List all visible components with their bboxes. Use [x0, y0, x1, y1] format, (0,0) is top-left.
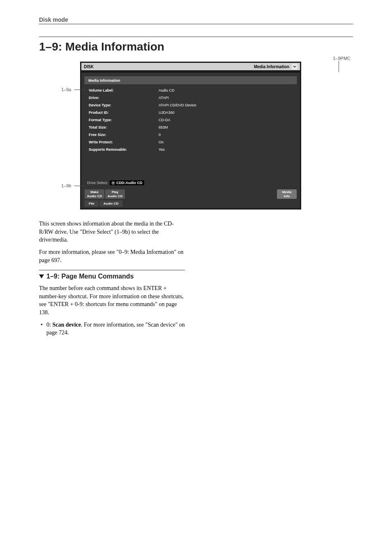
body-paragraph-2: For more information, please see "0–9: M…: [39, 248, 185, 264]
tab-play-audio-cd[interactable]: Play Audio CD: [105, 189, 125, 199]
subsection-title-text: 1–9: Page Menu Commands: [46, 273, 134, 280]
triangle-down-icon: [39, 274, 44, 279]
callout-top-line: [339, 61, 339, 72]
screen-title-right: Media Information: [254, 64, 289, 69]
info-label: Total Size:: [89, 125, 159, 129]
subsection-paragraph: The number before each command shows its…: [39, 284, 185, 316]
tab-make-audio-cd[interactable]: Make Audio CD: [85, 189, 104, 199]
tab-media-information[interactable]: Media Information: [85, 76, 297, 84]
tab-media-info[interactable]: Media Info: [277, 189, 297, 199]
info-value: 0: [159, 133, 293, 137]
lower-tab-audio-cd[interactable]: Audio CD: [99, 200, 122, 207]
callout-left-a: 1–9a: [61, 87, 71, 92]
screen-titlebar: DISK Media Information: [81, 63, 300, 70]
callout-left-b: 1–9b: [61, 183, 71, 188]
info-label: Free Size:: [89, 133, 159, 137]
menu-chevron-button[interactable]: [292, 64, 297, 69]
info-row: Write Protect:On: [89, 138, 293, 146]
drive-select-value: CDD:Audio CD: [116, 181, 143, 185]
info-label: Write Protect:: [89, 140, 159, 144]
info-value: 653M: [159, 125, 293, 129]
info-value: On: [159, 140, 293, 144]
bullet-prefix: 0:: [46, 322, 52, 328]
drive-select-label: Drive Select:: [87, 181, 108, 185]
info-value: UJDA360: [159, 111, 293, 115]
drive-select-button[interactable]: CDD:Audio CD: [110, 180, 144, 185]
info-panel: Volume Label:Audio CD Drive:ATAPI Device…: [85, 84, 297, 178]
info-value: Audio CD: [159, 88, 293, 92]
callout-line-a: [74, 90, 85, 90]
info-row: Product ID:UJDA360: [89, 109, 293, 116]
info-row: Total Size:653M: [89, 124, 293, 131]
info-value: CD-DA: [159, 118, 293, 122]
info-label: Volume Label:: [89, 88, 159, 92]
info-row: Format Type:CD-DA: [89, 116, 293, 124]
screen-title-left: DISK: [84, 64, 94, 69]
subsection-title: 1–9: Page Menu Commands: [39, 273, 353, 280]
callout-line-b: [74, 186, 85, 186]
screenshot-panel: DISK Media Information Media Information…: [80, 62, 301, 210]
callout-top: 1–9PMC: [333, 56, 350, 61]
info-row: Volume Label:Audio CD: [89, 87, 293, 94]
info-value: Yes: [159, 147, 293, 152]
bullet-item: 0: Scan device. For more information, se…: [39, 321, 185, 337]
info-label: Device Type:: [89, 103, 159, 107]
info-label: Drive:: [89, 96, 159, 100]
lower-tab-file[interactable]: File: [85, 200, 99, 207]
info-value: ATAPI CD/DVD Device: [159, 103, 293, 107]
body-paragraph-1: This screen shows information about the …: [39, 220, 185, 244]
info-label: Supports Removable:: [89, 147, 159, 152]
info-row: Free Size:0: [89, 131, 293, 138]
drive-select-row: Drive Select: CDD:Audio CD: [85, 178, 297, 188]
info-row: Device Type:ATAPI CD/DVD Device: [89, 101, 293, 109]
info-row: Drive:ATAPI: [89, 94, 293, 101]
info-value: ATAPI: [159, 96, 293, 100]
bullet-bold: Scan device: [52, 322, 81, 328]
info-row: Supports Removable:Yes: [89, 146, 293, 153]
chevron-down-icon: [293, 65, 296, 68]
play-icon: [111, 181, 115, 185]
info-label: Product ID:: [89, 111, 159, 115]
section-title: 1–9: Media Information: [39, 40, 353, 53]
header-mode: Disk mode: [39, 16, 68, 23]
info-label: Format Type:: [89, 118, 159, 122]
